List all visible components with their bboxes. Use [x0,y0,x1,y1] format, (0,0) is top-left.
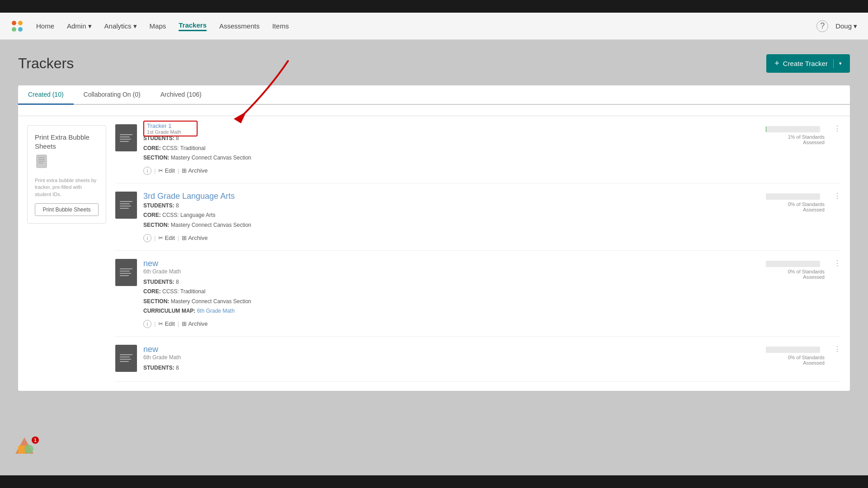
tracker-layout: Print Extra Bubble Sheets Print extra bu… [18,116,850,391]
print-bubble-sheets-button[interactable]: Print Bubble Sheets [35,203,99,216]
nav-trackers[interactable]: Trackers [179,21,207,31]
tooltip-tracker-subtitle: 1st Grade Math [147,129,194,135]
tracker-info: new 6th Grade Math STUDENTS: 8 [143,345,760,373]
nav-right: ? Doug ▾ [816,20,857,32]
tooltip-tracker-name: Tracker 1 [147,122,194,129]
tracker-thumbnail [115,192,137,219]
tracker-menu-button[interactable]: ⋮ [831,124,841,133]
curriculum-map-link[interactable]: 6th Grade Math [197,308,235,314]
edit-label: Edit [165,320,175,327]
tracker-metadata: STUDENTS: 8 CORE: CCSS: Traditional SECT… [143,277,760,316]
tabs: Created (10) Collaborating On (0) Archiv… [18,85,850,105]
nav-items[interactable]: Items [272,22,289,30]
tracker-actions: i | ✂ Edit | ⊞ Archive [143,320,760,328]
curriculum-map-label: CURRICULUM MAP: [143,308,195,314]
create-tracker-label: Create Tracker [783,60,828,67]
tracker-menu-button[interactable]: ⋮ [831,345,841,353]
page-title: Trackers [18,55,74,72]
tab-archived[interactable]: Archived (106) [151,85,212,105]
app-logo[interactable] [11,20,24,33]
tracker-menu-button[interactable]: ⋮ [831,192,841,200]
tracker-thumbnail [115,345,137,372]
tracker-menu-button[interactable]: ⋮ [831,259,841,267]
info-icon[interactable]: i [143,167,151,175]
tracker-progress-area: 1% of Standards Assessed [766,124,825,145]
tracker-name-link[interactable]: 3rd Grade Language Arts [143,192,235,201]
svg-point-3 [18,27,23,32]
edit-icon: ✂ [158,167,163,174]
archive-icon: ⊞ [182,235,187,241]
edit-label: Edit [165,167,175,174]
tab-created[interactable]: Created (10) [18,85,74,105]
tab-collaborating[interactable]: Collaborating On (0) [74,85,151,105]
archive-label: Archive [188,320,208,327]
nav-left: Home Admin ▾ Analytics ▾ Maps Trackers A… [11,20,289,33]
nav-admin[interactable]: Admin ▾ [67,22,92,30]
archive-button[interactable]: ⊞ Archive [182,235,208,241]
help-button[interactable]: ? [816,20,828,32]
svg-point-1 [18,21,23,25]
tracker-subtitle: 6th Grade Math [143,268,760,275]
tracker-subtitle: 6th Grade Math [143,354,760,361]
students-label: STUDENTS: [143,202,175,209]
create-chevron-icon: ▾ [839,61,842,66]
top-bar [0,0,868,13]
edit-button[interactable]: ✂ Edit [158,167,175,174]
tracker-info: 3rd Grade Language Arts STUDENTS: 8 CORE… [143,192,760,242]
bottom-bar [0,475,868,488]
section-label: SECTION: [143,222,169,228]
section-label: SECTION: [143,298,169,305]
create-plus-icon: + [774,59,779,68]
tracker-list: Tracker 1 1st Grade Math [106,116,850,391]
tracker-metadata: STUDENTS: 8 [143,363,760,373]
navigation: Home Admin ▾ Analytics ▾ Maps Trackers A… [0,13,868,40]
students-label: STUDENTS: [143,279,175,285]
svg-rect-12 [18,446,25,454]
user-chevron-icon: ▾ [854,22,857,30]
svg-point-13 [24,445,33,454]
user-menu[interactable]: Doug ▾ [835,22,857,30]
core-label: CORE: [143,212,161,218]
tracker-info: Tracker 1 1st Grade Math [143,124,760,175]
svg-point-0 [12,21,16,25]
tracker-progress-area: 0% of Standards Assessed [766,192,825,212]
edit-icon: ✂ [158,235,163,241]
info-icon[interactable]: i [143,320,151,328]
archive-button[interactable]: ⊞ Archive [182,320,208,327]
edit-button[interactable]: ✂ Edit [158,320,175,327]
edit-button[interactable]: ✂ Edit [158,235,175,241]
progress-label: 0% of Standards Assessed [766,355,825,366]
tracker-metadata: STUDENTS: 8 CORE: CCSS: Traditional SECT… [143,134,760,163]
nav-home[interactable]: Home [36,22,54,30]
main-content: Trackers + Create Tracker ▾ Created (10)… [0,40,868,488]
create-tracker-button[interactable]: + Create Tracker ▾ [766,54,850,73]
nav-analytics[interactable]: Analytics ▾ [104,22,137,30]
sidebar-panel-title: Print Extra Bubble Sheets [35,133,99,150]
tabs-container: Created (10) Collaborating On (0) Archiv… [18,85,850,391]
page-header: Trackers + Create Tracker ▾ [18,54,850,73]
archive-button[interactable]: ⊞ Archive [182,167,208,174]
notification-badge[interactable]: 1 [14,436,39,461]
tracker-name-link[interactable]: new [143,259,158,268]
tracker-thumbnail [115,124,137,151]
tracker-info: new 6th Grade Math STUDENTS: 8 CORE: CCS… [143,259,760,328]
progress-bar-container [766,347,820,353]
table-row: Tracker 1 1st Grade Math [115,116,841,183]
svg-point-2 [12,27,16,32]
tracker-progress-area: 0% of Standards Assessed [766,345,825,366]
logo-icon [11,20,24,33]
nav-maps[interactable]: Maps [150,22,166,30]
progress-label: 0% of Standards Assessed [766,202,825,212]
progress-bar-container [766,261,820,267]
archive-label: Archive [188,167,208,174]
table-row: new 6th Grade Math STUDENTS: 8 CORE: CCS… [115,251,841,337]
archive-label: Archive [188,235,208,241]
sidebar-panel: Print Extra Bubble Sheets Print extra bu… [27,125,106,224]
badge-stack: 1 [14,436,39,461]
svg-marker-10 [234,112,246,123]
edit-label: Edit [165,235,175,241]
tracker-name-link[interactable]: new [143,345,158,354]
info-icon[interactable]: i [143,234,151,242]
nav-assessments[interactable]: Assessments [219,22,259,30]
tracker-actions: i | ✂ Edit | ⊞ Archive [143,234,760,242]
